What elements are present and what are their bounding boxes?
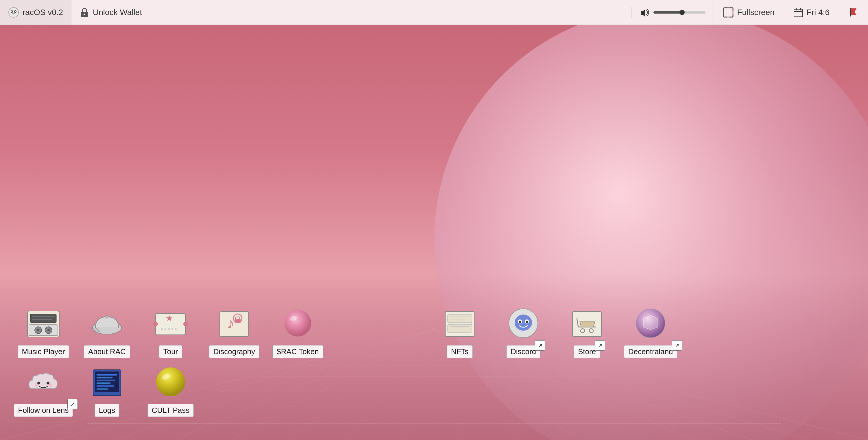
svg-point-57 (183, 322, 188, 326)
rac-token-label: $RAC Token (272, 345, 323, 358)
music-player-label: Music Player (18, 345, 69, 358)
svg-point-0 (9, 7, 19, 17)
svg-point-47 (48, 329, 50, 331)
svg-point-83 (526, 321, 528, 323)
svg-point-79 (515, 315, 532, 331)
rac-token-icon-img (279, 305, 317, 343)
logs-icon-img (88, 364, 126, 402)
decentraland-icon-img (632, 305, 669, 343)
svg-point-69 (284, 310, 311, 337)
svg-point-5 (15, 11, 16, 12)
volume-control[interactable] (631, 7, 714, 18)
svg-rect-43 (29, 325, 58, 336)
svg-point-63 (175, 328, 177, 330)
tour-label: Tour (159, 345, 182, 358)
icon-about-rac[interactable]: About RAC (75, 305, 139, 358)
store-label: Store ↗ (574, 345, 600, 358)
unlock-wallet-label: Unlock Wallet (93, 8, 142, 17)
icon-cult-pass[interactable]: CULT Pass (139, 364, 203, 417)
fullscreen-label: Fullscreen (737, 8, 774, 17)
cult-pass-icon-img (152, 364, 189, 402)
icon-rac-token[interactable]: $RAC Token (266, 305, 330, 358)
taskbar: racOS v0.2 Unlock Wallet (0, 0, 868, 25)
tour-icon-img: ★ (152, 305, 189, 343)
discography-icon-img: ♪ (215, 305, 253, 343)
icon-store[interactable]: Store ↗ (555, 305, 619, 358)
volume-thumb (680, 10, 685, 15)
svg-point-59 (161, 328, 163, 330)
store-icon-img (568, 305, 606, 343)
taskbar-right: Fullscreen Fri 4:6 (631, 0, 868, 25)
svg-point-7 (84, 13, 85, 15)
discord-icon-img (504, 305, 542, 343)
about-rac-label: About RAC (84, 345, 130, 358)
svg-point-61 (168, 328, 170, 330)
svg-rect-42 (30, 314, 56, 323)
follow-lens-external-badge: ↗ (67, 399, 78, 409)
music-player-icon-img (25, 305, 62, 343)
notification-button[interactable] (839, 0, 868, 25)
raccoon-icon (8, 7, 19, 18)
volume-fill (653, 11, 682, 13)
unlock-wallet-button[interactable]: Unlock Wallet (71, 0, 150, 25)
icon-row-2: Follow on Lens ↗ (11, 364, 857, 417)
svg-point-91 (49, 383, 52, 387)
svg-rect-96 (97, 380, 115, 381)
os-version-button[interactable]: racOS v0.2 (0, 0, 71, 25)
volume-slider[interactable] (653, 11, 706, 13)
fullscreen-icon (723, 7, 734, 18)
svg-rect-8 (724, 8, 733, 17)
discography-label: Discography (209, 345, 260, 358)
icon-nfts[interactable]: NFTs (428, 305, 492, 358)
datetime-label: Fri 4:6 (807, 8, 830, 17)
datetime-display: Fri 4:6 (784, 0, 839, 25)
svg-point-62 (172, 328, 173, 330)
icon-tour[interactable]: ★ Tour (139, 305, 203, 358)
icon-discography[interactable]: ♪ Discography (203, 305, 266, 358)
icons-container: Music Player (0, 305, 868, 417)
svg-point-82 (519, 321, 521, 323)
volume-icon (640, 7, 650, 18)
svg-rect-99 (97, 388, 108, 390)
calendar-icon (794, 7, 803, 17)
lock-icon (80, 7, 89, 18)
follow-lens-icon-img (25, 364, 62, 402)
svg-rect-9 (794, 9, 803, 17)
nfts-label: NFTs (447, 345, 473, 358)
icon-music-player[interactable]: Music Player (11, 305, 75, 358)
decentraland-external-badge: ↗ (672, 340, 682, 351)
svg-point-100 (156, 368, 185, 396)
svg-rect-73 (447, 324, 472, 333)
follow-lens-label: Follow on Lens ↗ (14, 404, 73, 417)
svg-rect-98 (97, 385, 114, 387)
svg-point-3 (12, 13, 15, 14)
decentraland-label: Decentraland ↗ (624, 345, 678, 358)
discord-external-badge: ↗ (535, 340, 545, 351)
nfts-icon-img (441, 305, 478, 343)
svg-rect-68 (235, 319, 241, 323)
svg-text:★: ★ (165, 313, 173, 323)
desktop: Music Player (0, 25, 868, 440)
logs-label: Logs (95, 404, 119, 417)
icon-logs[interactable]: Logs (75, 364, 139, 417)
svg-point-90 (35, 383, 38, 387)
discord-label: Discord ↗ (506, 345, 540, 358)
svg-point-60 (164, 328, 166, 330)
icon-discord[interactable]: Discord ↗ (492, 305, 555, 358)
about-rac-icon-img (88, 305, 126, 343)
flag-icon (848, 7, 859, 18)
icon-decentraland[interactable]: Decentraland ↗ (619, 305, 682, 358)
fullscreen-button[interactable]: Fullscreen (714, 0, 783, 25)
svg-point-56 (153, 322, 158, 326)
svg-rect-97 (97, 382, 111, 384)
store-external-badge: ↗ (595, 340, 605, 351)
icon-follow-lens[interactable]: Follow on Lens ↗ (11, 364, 75, 417)
icon-row-1: Music Player (11, 305, 857, 358)
svg-point-53 (105, 315, 108, 318)
svg-rect-94 (97, 374, 117, 376)
cult-pass-label: CULT Pass (148, 404, 194, 417)
svg-point-46 (37, 329, 39, 331)
svg-point-4 (11, 11, 12, 12)
os-version-label: racOS v0.2 (23, 8, 63, 17)
svg-rect-95 (97, 377, 113, 378)
